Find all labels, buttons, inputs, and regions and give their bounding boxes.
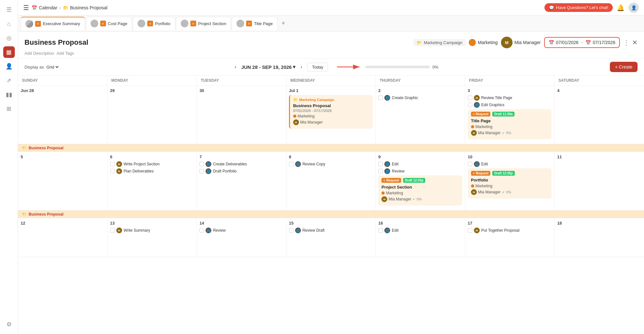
task-review-jul9[interactable]: 🌐 Review [378,168,462,174]
tab-cost-page[interactable]: ≡ Cost Page [86,17,132,30]
add-description[interactable]: Add Description [24,51,54,56]
sidebar-bar-chart[interactable]: ▮▮ [3,89,15,100]
checkbox-review-jul9[interactable] [378,169,383,173]
campaign-tag[interactable]: 📁 Marketing Campaign [413,39,466,46]
req-icon: ≡ [473,112,475,116]
req-portfolio-dot [471,184,474,188]
avatar-edit-jul16: 🌐 [384,227,390,233]
req-portfolio[interactable]: ≡ Request Draft 12:05p Portfolio Marketi… [468,168,552,199]
req-project-section[interactable]: ≡ Request Draft 12:03p Project Section M… [378,175,462,206]
task-plan-deliverables[interactable]: M Plan Deliverables [110,168,194,174]
cell-jul15: 15 🌐 Review Draft [286,218,376,257]
req-portfolio-progress: 0% [506,190,511,194]
checkbox-review-jul14[interactable] [199,228,204,233]
nav-prev[interactable]: ‹ [231,62,240,71]
create-button[interactable]: + Create [610,62,638,72]
date-jul2: 2 [378,88,462,93]
date-jul1: Jul 1 [289,88,373,93]
calendar-header: Business Proposal 📁 Marketing Campaign M… [18,32,644,59]
arrow-annotation [337,62,363,72]
person-tag[interactable]: M Mia Manager [501,37,541,48]
sidebar-menu[interactable]: ☰ [3,4,15,15]
date-end-input[interactable]: 📅 07/17/2026 [585,40,615,45]
user-avatar[interactable]: 👤 [629,3,639,13]
req-title-text: Title Page [471,118,549,123]
menu-icon[interactable]: ☰ [23,4,29,12]
task-write-project-section[interactable]: M Write Project Section [110,161,194,167]
chat-button[interactable]: 💬 Have Questions? Let's chat! [544,3,613,12]
notification-icon[interactable]: 🔔 [617,4,625,12]
display-as-select[interactable]: Grid List [45,64,60,70]
draft-badge-project: Draft 12:03p [403,178,426,183]
task-review-copy[interactable]: 🌐 Review Copy [289,161,373,167]
checkbox-write-summary[interactable] [110,228,115,233]
task-review-jul14[interactable]: 🌐 Review [199,227,284,233]
checkbox-create-deliverables[interactable] [199,162,204,166]
task-review-title-page[interactable]: M Review Title Page [468,95,552,101]
task-review-draft[interactable]: 🌐 Review Draft [289,227,373,233]
date-start-input[interactable]: 📅 07/01/2026 [549,40,579,45]
cell-jun30: 30 [197,86,286,144]
task-edit-jul16[interactable]: 🌐 Edit [378,227,462,233]
task-write-summary[interactable]: M Write Summary [110,227,194,233]
tab-add-button[interactable]: + [278,18,289,29]
checkbox-draft-portfolio[interactable] [199,169,204,173]
cell-jul2: 2 🌐 Create Graphic [376,86,465,144]
req-check: ✓ [502,131,505,135]
req-orange-dot [471,125,474,128]
task-edit-jul9[interactable]: 🌐 Edit [378,161,462,167]
tab-label-cost-page: Cost Page [108,21,128,26]
checkbox-edit-jul10[interactable] [468,162,472,166]
task-put-together[interactable]: M Put Together Proposal [468,227,552,233]
tab-project-section[interactable]: ≡ Project Section [176,17,231,30]
checkbox-review-copy[interactable] [289,162,293,166]
breadcrumb-calendar[interactable]: 📅 [32,5,37,10]
task-draft-portfolio[interactable]: 🌐 Draft Portfolio [199,168,284,174]
today-button[interactable]: Today [307,63,328,71]
date-range-label[interactable]: JUN 28 - SEP 19, 2026 ▾ [241,64,296,70]
tab-avatar-4 [181,20,188,27]
checkbox-edit-jul16[interactable] [378,228,383,233]
task-edit-jul10[interactable]: 🌐 Edit [468,161,552,167]
date-jul7: 7 [199,154,284,159]
checkbox-review-title-page[interactable] [468,96,472,100]
marketing-tag[interactable]: Marketing [469,39,497,46]
checkbox-review-draft[interactable] [289,228,293,233]
checkbox-plan-deliverables[interactable] [110,169,115,173]
breadcrumb-project-label[interactable]: Business Proposal [70,5,108,10]
req-project-check: ✓ [412,197,415,201]
more-options-icon[interactable]: ⋮ [623,39,630,46]
task-edit-graphics[interactable]: 🌐 Edit Graphics [468,102,552,108]
tab-title-page[interactable]: ≡ Title Page [232,17,277,30]
task-create-graphic[interactable]: 🌐 Create Graphic [378,95,462,101]
close-icon[interactable]: ✕ [632,39,638,46]
cell-jul18: 18 [554,218,644,257]
req-marketing-row: Marketing [471,125,549,129]
sidebar-settings[interactable]: ⚙ [3,319,15,330]
tab-portfolio[interactable]: ≡ Portfolio [133,17,175,30]
task-create-deliverables[interactable]: 🌐 Create Deliverables [199,161,284,167]
event-business-proposal[interactable]: 📁 Marketing Campaign Business Proposal 0… [289,95,373,129]
sidebar-home[interactable]: ⌂ [3,18,15,30]
checkbox-create-graphic[interactable] [378,96,383,100]
breadcrumb-calendar-label[interactable]: Calendar [39,5,57,10]
date-range-selector[interactable]: 📅 07/01/2026 - 📅 07/17/2026 [544,37,620,48]
sidebar-search[interactable]: ◎ [3,32,15,44]
date-jun28: Jun 28 [21,88,105,93]
date-jul4: 4 [557,88,641,93]
date-separator: - [581,40,583,45]
checkbox-edit-graphics[interactable] [468,103,472,107]
req-project-person: Mia Manager [389,197,411,201]
checkbox-put-together[interactable] [468,228,472,233]
sidebar-chart[interactable]: ⇗ [3,75,15,86]
avatar-edit-jul10: 🌐 [474,161,480,167]
checkbox-edit-jul9[interactable] [378,162,383,166]
tab-executive-summary[interactable]: ≡ Executive Summary [21,17,85,30]
sidebar-calendar[interactable]: ▦ [3,46,15,58]
nav-next[interactable]: › [297,62,306,71]
sidebar-people[interactable]: 👤 [3,60,15,72]
req-title-page[interactable]: ≡ Request Draft 11:59a Title Page Market… [468,109,552,139]
checkbox-write-project[interactable] [110,162,115,166]
add-tags[interactable]: Add Tags [57,51,74,56]
sidebar-grid[interactable]: ⊞ [3,103,15,115]
